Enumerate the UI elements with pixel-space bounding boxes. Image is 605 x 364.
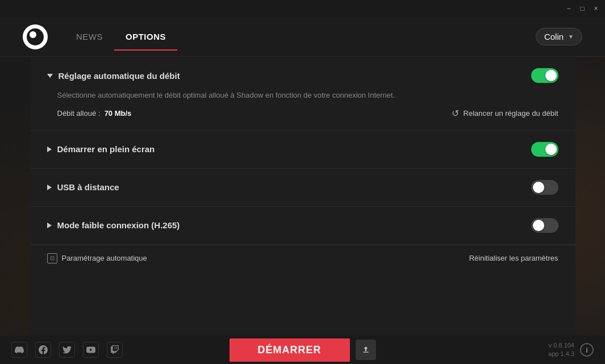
fullscreen-toggle[interactable]: [531, 142, 558, 157]
refresh-icon: ↺: [452, 108, 459, 119]
section-auto-debit: Réglage automatique du débit Sélectionne…: [30, 57, 575, 131]
debit-value: 70 Mb/s: [105, 109, 132, 118]
auto-debit-description: Sélectionne automatiquement le débit opt…: [57, 90, 558, 101]
section-fullscreen-header: Démarrer en plein écran: [47, 142, 558, 157]
left-strip: [0, 57, 30, 336]
version-info: v 0.8.104 app 1.4.3: [548, 341, 574, 359]
app-logo: [23, 24, 48, 49]
expand-icon[interactable]: [47, 147, 52, 152]
relancer-button[interactable]: ↺ Relancer un réglage du débit: [452, 108, 558, 119]
footer-right: v 0.8.104 app 1.4.3 i: [548, 341, 594, 359]
expand-icon[interactable]: [47, 223, 52, 228]
section-usb-header: USB à distance: [47, 180, 558, 195]
user-dropdown[interactable]: Colin ▼: [536, 28, 582, 45]
footer-bar: DÉMARRER v 0.8.104 app 1.4.3 i: [0, 336, 605, 364]
auto-settings-button[interactable]: ⊡ Paramétrage automatique: [47, 253, 147, 263]
upload-icon-button[interactable]: [356, 340, 376, 360]
section-low-connection-header: Mode faible connexion (H.265): [47, 218, 558, 233]
usb-title: USB à distance: [57, 182, 119, 192]
low-connection-title: Mode faible connexion (H.265): [57, 220, 180, 230]
usb-toggle[interactable]: [531, 180, 558, 195]
section-usb: USB à distance: [30, 169, 575, 207]
fullscreen-title: Démarrer en plein écran: [57, 144, 155, 154]
tab-news[interactable]: NEWS: [65, 27, 114, 46]
maximize-button[interactable]: □: [578, 4, 587, 13]
low-connection-toggle[interactable]: [531, 218, 558, 233]
auto-debit-title: Réglage automatique du débit: [59, 71, 180, 81]
auto-debit-body: Sélectionne automatiquement le débit opt…: [47, 90, 558, 119]
start-button[interactable]: DÉMARRER: [229, 338, 349, 362]
auto-settings-icon: ⊡: [47, 253, 57, 263]
debit-label: Débit alloué : 70 Mb/s: [57, 109, 132, 118]
section-fullscreen: Démarrer en plein écran: [30, 131, 575, 169]
footer-center: DÉMARRER: [229, 338, 375, 362]
youtube-icon[interactable]: [83, 342, 99, 358]
facebook-icon[interactable]: [35, 342, 51, 358]
header: NEWS OPTIONS Colin ▼: [0, 17, 605, 57]
expand-icon[interactable]: [47, 74, 53, 78]
settings-panel: Réglage automatique du débit Sélectionne…: [30, 57, 575, 336]
settings-bottom: ⊡ Paramétrage automatique Réinitialiser …: [30, 245, 575, 271]
close-button[interactable]: ×: [591, 4, 600, 13]
auto-debit-toggle[interactable]: [531, 68, 558, 83]
expand-icon[interactable]: [47, 185, 52, 190]
section-title-group-4: Mode faible connexion (H.265): [47, 220, 180, 230]
header-right: Colin ▼: [536, 28, 582, 45]
auto-debit-detail: Débit alloué : 70 Mb/s ↺ Relancer un rég…: [57, 108, 558, 119]
twitter-icon[interactable]: [59, 342, 75, 358]
tab-options[interactable]: OPTIONS: [114, 27, 177, 46]
section-title-group-2: Démarrer en plein écran: [47, 144, 155, 154]
info-icon[interactable]: i: [580, 343, 594, 357]
footer-social-links: [11, 342, 123, 358]
discord-icon[interactable]: [11, 342, 27, 358]
minimize-button[interactable]: −: [564, 4, 573, 13]
user-name: Colin: [544, 32, 564, 41]
section-title-group: Réglage automatique du débit: [47, 71, 180, 81]
section-auto-debit-header: Réglage automatique du débit: [47, 68, 558, 83]
title-bar: − □ ×: [0, 0, 605, 17]
section-low-connection: Mode faible connexion (H.265): [30, 207, 575, 245]
chevron-down-icon: ▼: [568, 34, 574, 40]
main-content: Réglage automatique du débit Sélectionne…: [0, 57, 605, 336]
right-strip: [575, 57, 606, 336]
section-title-group-3: USB à distance: [47, 182, 119, 192]
nav-tabs: NEWS OPTIONS: [65, 27, 536, 46]
twitch-icon[interactable]: [107, 342, 123, 358]
reset-settings-button[interactable]: Réinitialiser les paramètres: [469, 254, 558, 262]
